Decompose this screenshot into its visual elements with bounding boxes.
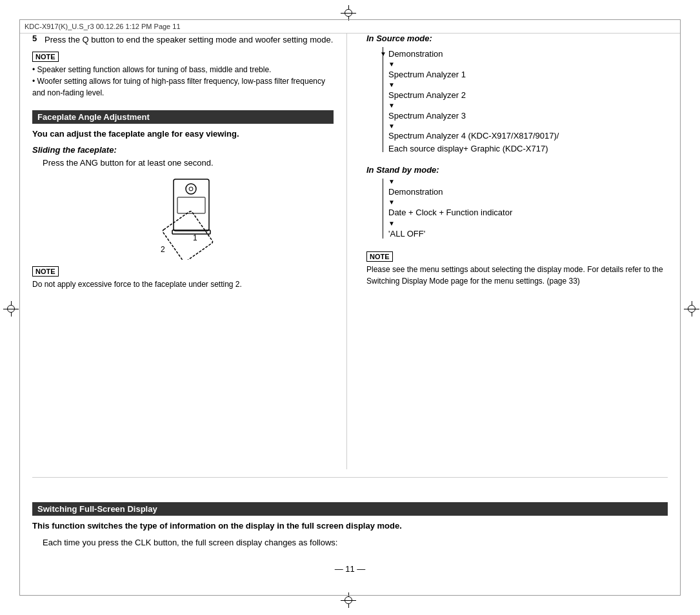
standby-mode-title: In Stand by mode: xyxy=(366,165,668,175)
faceplate-intro: You can adjust the faceplate angle for e… xyxy=(32,128,334,141)
note-3-content: Please see the menu settings about selec… xyxy=(366,264,668,287)
step-5-text: Press the Q button to end the speaker se… xyxy=(45,34,333,46)
page-number: — 11 — xyxy=(32,561,668,576)
switching-instruction: Each time you press the CLK button, the … xyxy=(32,536,668,549)
source-item-3: Spectrum Analyzer 3 xyxy=(379,109,668,123)
standby-item-3: 'ALL OFF' xyxy=(379,227,668,241)
source-mode-flow: ▼ Demonstration ▼ Spectrum Analyzer 1 ▼ … xyxy=(379,47,668,155)
source-item-2: Spectrum Analyzer 2 xyxy=(379,88,668,102)
note-2-label: NOTE xyxy=(32,266,59,277)
note-1-label: NOTE xyxy=(32,52,59,62)
svg-rect-5 xyxy=(162,210,213,259)
standby-item-1: Demonstration xyxy=(379,185,668,199)
note-3-label: NOTE xyxy=(366,251,393,262)
switching-heading: Switching Full-Screen Display xyxy=(32,502,668,516)
svg-point-2 xyxy=(189,187,193,191)
crop-mark-right xyxy=(684,301,697,314)
source-arrow-4: ▼ xyxy=(379,102,668,109)
source-item-1: Spectrum Analyzer 1 xyxy=(379,68,668,82)
standby-arrow-2: ▼ xyxy=(379,199,668,206)
standby-arrow-3: ▼ xyxy=(379,220,668,227)
note-2-content: Do not apply excessive force to the face… xyxy=(32,278,334,290)
note-1-content: • Speaker setting function allows for tu… xyxy=(32,64,334,99)
crop-mark-left xyxy=(3,301,16,314)
faceplate-sub-heading: Sliding the faceplate: xyxy=(32,145,334,155)
faceplate-section-heading: Faceplate Angle Adjustment xyxy=(32,110,334,124)
note-2-wrapper: NOTE Do not apply excessive force to the… xyxy=(32,266,334,290)
source-item-4: Spectrum Analyzer 4 (KDC-X917/X817/9017)… xyxy=(379,130,668,142)
bottom-separator xyxy=(32,477,668,478)
standby-arrow-1: ▼ xyxy=(379,179,668,185)
source-item-5: Each source display+ Graphic (KDC-X717) xyxy=(379,142,668,155)
source-arrow-2: ▼ xyxy=(379,61,668,68)
main-content: 5 Press the Q button to end the speaker … xyxy=(32,34,668,576)
diagram-label-1: 1 xyxy=(193,233,197,242)
left-column: 5 Press the Q button to end the speaker … xyxy=(32,34,347,469)
right-column: In Source mode: ▼ Demonstration ▼ Spectr… xyxy=(347,34,668,469)
source-arrow-3: ▼ xyxy=(379,82,668,88)
switching-section: Switching Full-Screen Display This funct… xyxy=(32,491,668,549)
faceplate-svg: 1 2 xyxy=(148,176,219,260)
source-arrow-5: ▼ xyxy=(379,123,668,130)
faceplate-diagram: 1 2 xyxy=(32,176,334,260)
standby-mode-flow: ▼ Demonstration ▼ Date + Clock + Functio… xyxy=(379,179,668,240)
note-1-bullet-2: • Woofer setting allows for tuing of hig… xyxy=(32,75,334,99)
note-1-bullet-1: • Speaker setting function allows for tu… xyxy=(32,64,334,75)
step-5-number: 5 xyxy=(32,34,41,43)
note-3-wrapper: NOTE Please see the menu settings about … xyxy=(366,251,668,287)
faceplate-instruction: Press the ANG button for at least one se… xyxy=(32,157,334,170)
two-column-layout: 5 Press the Q button to end the speaker … xyxy=(32,34,668,469)
source-mode-title: In Source mode: xyxy=(366,34,668,43)
source-item-demonstration: Demonstration xyxy=(379,47,668,61)
diagram-label-2: 2 xyxy=(161,245,165,254)
switching-intro: This function switches the type of infor… xyxy=(32,520,668,532)
step-5-row: 5 Press the Q button to end the speaker … xyxy=(32,34,334,46)
standby-flow-line xyxy=(383,179,383,238)
svg-point-1 xyxy=(186,184,196,194)
standby-item-2: Date + Clock + Function indicator xyxy=(379,206,668,220)
note-1-wrapper: NOTE • Speaker setting function allows f… xyxy=(32,52,334,99)
arrow-icon-1: ▼ xyxy=(380,48,386,59)
